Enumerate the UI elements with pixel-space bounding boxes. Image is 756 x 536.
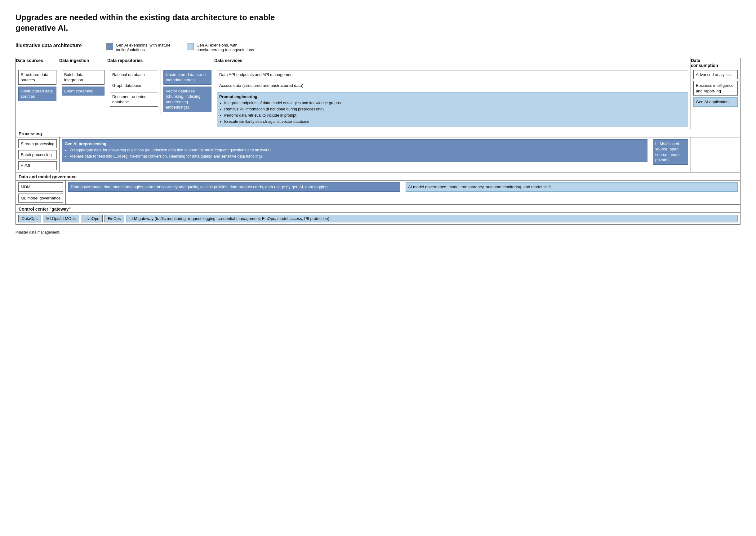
prompt-bullet-1: Integrate endpoints of data model ontolo… xyxy=(224,100,686,106)
prompt-engineering: Prompt engineering Integrate endpoints o… xyxy=(217,92,688,127)
processing-label-row: Processing xyxy=(16,129,740,137)
graph-database: Graph database xyxy=(110,81,158,90)
data-governance-box: Data governance: data model ontologies, … xyxy=(68,183,400,192)
processing-services-empty xyxy=(691,137,740,173)
llm-gateway-box: LLM gateway (traffic monitoring, request… xyxy=(126,215,738,222)
repos-right: Unstructured data and metadata stores Ve… xyxy=(161,68,214,114)
legend-dark-box xyxy=(106,43,113,50)
access-data: Access data (structured and unstructured… xyxy=(217,81,688,90)
data-consumption-cell: Advanced analytics Business intelligence… xyxy=(691,68,740,129)
gen-ai-preprocessing-list: Preaggregate data for answering question… xyxy=(64,148,645,159)
footnote: ¹Master data management. xyxy=(16,230,740,234)
ai-governance-box: AI model governance: model transparency,… xyxy=(406,183,738,192)
control-tag-mlops: MLOps/LLMOps xyxy=(43,215,79,222)
preprocessing-bullet-2: Prepare data to feed into LLM (eg, file-… xyxy=(69,154,645,159)
gen-ai-preprocessing: Gen AI preprocessing Preaggregate data f… xyxy=(59,137,650,173)
control-section-label: Control center "gateway" xyxy=(16,205,740,213)
governance-section-label: Data and model governance xyxy=(16,173,740,180)
col-header-repositories: Data repositories xyxy=(107,58,214,68)
llms-cell: LLMs (closed source, open source, and/or… xyxy=(650,137,691,173)
gen-ai-preprocessing-box: Gen AI preprocessing Preaggregate data f… xyxy=(62,139,647,162)
control-tag-dataops: DataOps xyxy=(18,215,41,222)
col-header-consumption: Data consumption xyxy=(691,58,740,68)
control-tag-liveops: LiveOps xyxy=(81,215,103,222)
rational-database: Rational database xyxy=(110,70,158,80)
control-label-row: Control center "gateway" xyxy=(16,205,740,213)
governance-label-row: Data and model governance xyxy=(16,173,740,181)
prompt-engineering-title: Prompt engineering xyxy=(219,94,257,99)
processing-right: Gen AI preprocessing Preaggregate data f… xyxy=(59,137,691,173)
data-ingestion-cell: Batch data integration Event streaming xyxy=(59,68,107,129)
batch-processing: Batch processing xyxy=(18,150,57,159)
control-main-cell: DataOps MLOps/LLMOps LiveOps FinOps LLM … xyxy=(16,213,740,224)
column-headers-row: Data sources Data ingestion Data reposit… xyxy=(16,58,740,68)
legend-light-box xyxy=(187,43,194,50)
governance-content-row: MDM¹ ML model governance Data governance… xyxy=(16,181,740,205)
legend-item-1: Gen AI exensions, with mature tooling/so… xyxy=(106,43,175,52)
control-tag-finops: FinOps xyxy=(105,215,124,222)
processing-content-row: Stream processing Batch processing AI/ML… xyxy=(16,137,740,173)
top-content-row: Structured data sources Unstructured dat… xyxy=(16,68,740,129)
col-header-sources: Data sources xyxy=(16,58,59,68)
col-header-ingestion: Data ingestion xyxy=(59,58,107,68)
document-oriented-database: Document-oriented database xyxy=(110,92,158,107)
mdm-box: MDM¹ xyxy=(18,183,63,192)
ai-governance-text: AI model governance: model transparency,… xyxy=(403,181,740,204)
ml-model-governance-box: ML model governance xyxy=(18,193,63,203)
data-repositories-cell: Rational database Graph database Documen… xyxy=(107,68,214,129)
structured-data-sources: Structured data sources xyxy=(18,70,56,85)
architecture-table: Data sources Data ingestion Data reposit… xyxy=(16,58,740,225)
control-inner: DataOps MLOps/LLMOps LiveOps FinOps LLM … xyxy=(16,213,740,224)
business-intelligence: Business intelligence and report-ing xyxy=(693,81,738,95)
ai-ml: AI/ML xyxy=(18,161,57,171)
prompt-bullet-3: Perform data retrieval to include in pro… xyxy=(224,113,686,118)
prompt-engineering-list: Integrate endpoints of data model ontolo… xyxy=(219,100,686,124)
gen-ai-application: Gen AI application xyxy=(693,97,738,107)
event-streaming: Event streaming xyxy=(62,86,105,96)
legend-item-2: Gen AI exensions, with novel/emerging to… xyxy=(187,43,255,52)
vector-database: Vector database (chunking, indexing, and… xyxy=(163,86,212,112)
legend-chart-title: Illustrative data architecture xyxy=(16,43,82,49)
repos-left: Rational database Graph database Documen… xyxy=(107,68,161,114)
unstructured-data-sources: Unstructured data sources xyxy=(18,86,56,101)
preprocessing-bullet-1: Preaggregate data for answering question… xyxy=(69,148,645,153)
governance-main-cell: MDM¹ ML model governance Data governance… xyxy=(16,181,740,205)
gen-ai-preprocessing-title: Gen AI preprocessing xyxy=(64,142,106,146)
data-sources-cell: Structured data sources Unstructured dat… xyxy=(16,68,59,129)
advanced-analytics: Advanced analytics xyxy=(693,70,738,80)
prompt-bullet-4: Execute similarity search against vector… xyxy=(224,119,686,124)
data-api-endpoints: Data API endpoints and API management xyxy=(217,70,688,80)
processing-left: Stream processing Batch processing AI/ML xyxy=(16,137,59,173)
batch-data-integration: Batch data integration xyxy=(62,70,105,85)
stream-processing: Stream processing xyxy=(18,139,57,149)
prompt-bullet-2: Remove PII information (if not done duri… xyxy=(224,107,686,112)
data-services-cell: Data API endpoints and API management Ac… xyxy=(214,68,691,129)
legend-item2-label: Gen AI exensions, with novel/emerging to… xyxy=(196,43,255,52)
data-governance-text: Data governance: data model ontologies, … xyxy=(66,181,403,204)
llms-box: LLMs (closed source, open source, and/or… xyxy=(653,139,688,165)
processing-section-label: Processing xyxy=(16,129,740,137)
governance-left: MDM¹ ML model governance xyxy=(16,181,66,204)
control-content-row: DataOps MLOps/LLMOps LiveOps FinOps LLM … xyxy=(16,213,740,224)
col-header-services: Data services xyxy=(214,58,691,68)
page-title: Upgrades are needed within the existing … xyxy=(16,13,282,34)
processing-main-cell: Stream processing Batch processing AI/ML… xyxy=(16,137,691,173)
unstructured-data-metadata-stores: Unstructured data and metadata stores xyxy=(163,70,212,85)
legend-item1-label: Gen AI exensions, with mature tooling/so… xyxy=(116,43,175,52)
